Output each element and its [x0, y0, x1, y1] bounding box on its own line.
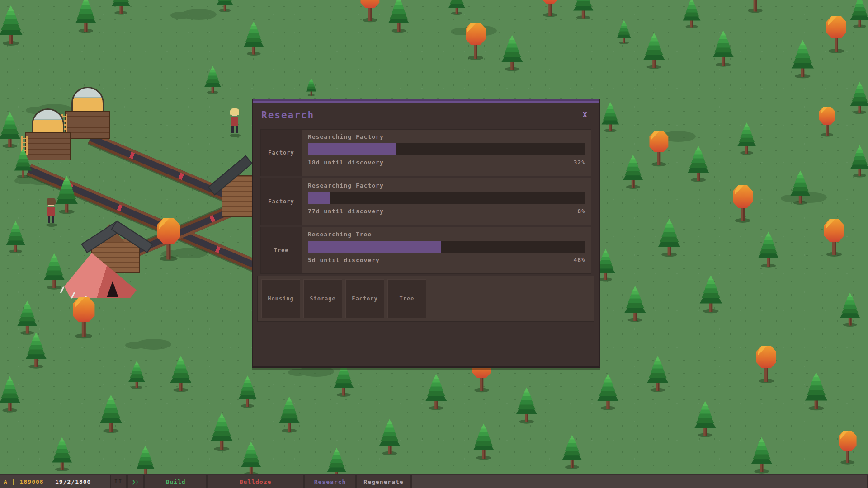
money-separator: | [12, 479, 16, 485]
percent-label: 32% [574, 159, 585, 166]
autumn-tree [537, 0, 563, 19]
pine-tree [789, 38, 816, 80]
autumn-tree [752, 341, 781, 385]
villager-body [47, 207, 55, 216]
autumn-tree [356, 0, 384, 23]
bulldoze-button[interactable]: Bulldoze [207, 475, 304, 488]
research-option-tree[interactable]: Tree [387, 279, 426, 318]
modal-title: Research [261, 110, 314, 121]
pine-tree [4, 220, 27, 254]
toolbar-spacer [411, 475, 868, 488]
pine-tree [386, 0, 412, 34]
research-row: Factory Researching Factory 18d until di… [261, 130, 591, 176]
pine-tree [838, 291, 862, 328]
pine-tree [208, 411, 236, 452]
play-icon-echo: ❯ [135, 478, 139, 485]
time-remaining: 77d until discovery [308, 208, 384, 215]
pine-tree [423, 372, 449, 411]
time-remaining: 5d until discovery [308, 257, 380, 263]
pine-tree [15, 299, 39, 336]
pine-tree [23, 331, 49, 370]
research-option-housing[interactable]: Housing [261, 279, 300, 318]
tent-canvas [64, 253, 137, 298]
dome-press-building[interactable] [25, 108, 71, 160]
wood-base [65, 111, 110, 139]
currency-icon: A [4, 479, 8, 485]
pine-tree [685, 144, 712, 183]
pine-tree [560, 433, 584, 470]
pine-tree [215, 0, 235, 13]
research-category: Tree [261, 227, 302, 273]
pine-tree [241, 20, 266, 57]
pine-tree [621, 153, 645, 190]
pine-tree [571, 0, 595, 20]
progress-bar [308, 241, 585, 253]
pine-tree [50, 436, 74, 473]
research-option-storage[interactable]: Storage [303, 279, 342, 318]
pine-tree [305, 77, 318, 97]
pine-tree [595, 372, 621, 411]
villager-hair [230, 108, 239, 115]
pine-tree [239, 440, 263, 477]
money-value: 189008 [20, 479, 44, 485]
pine-tree [755, 230, 782, 269]
autumn-tree [822, 11, 851, 55]
pine-tree [447, 0, 467, 16]
pine-tree [276, 395, 302, 434]
pine-tree [168, 354, 194, 393]
research-category: Factory [261, 178, 302, 225]
game-date: 19/2/1800 [55, 475, 91, 488]
progress-fill [308, 192, 330, 204]
pine-tree [0, 375, 23, 413]
glass-dome [32, 108, 64, 135]
play-button[interactable]: ❯ ❯ [127, 475, 144, 488]
progress-fill [308, 143, 396, 155]
pine-tree [615, 19, 632, 45]
pine-tree [599, 101, 621, 133]
pine-tree [848, 80, 868, 115]
pine-tree [377, 418, 403, 456]
villager-body [231, 117, 238, 126]
pause-button[interactable]: II [110, 475, 127, 488]
research-option-factory[interactable]: Factory [345, 279, 384, 318]
grass-shadow [181, 9, 217, 20]
villager[interactable] [45, 198, 57, 226]
grass-shadow [792, 192, 827, 203]
pine-tree [749, 436, 775, 474]
research-status: Researching Factory [308, 133, 585, 140]
dome-press-building[interactable] [65, 87, 110, 139]
close-button[interactable]: X [582, 110, 588, 119]
pine-tree [0, 4, 25, 47]
pine-tree [97, 393, 125, 434]
wood-base [25, 132, 71, 160]
research-button[interactable]: Research [304, 475, 356, 488]
villager-legs [48, 216, 54, 223]
pine-tree [645, 354, 671, 393]
build-button[interactable]: Build [144, 475, 207, 488]
pine-tree [73, 0, 99, 34]
pine-tree [0, 110, 23, 149]
pine-tree [203, 65, 223, 95]
time-remaining: 18d until discovery [308, 159, 384, 166]
pine-tree [641, 31, 667, 70]
villager[interactable] [229, 108, 241, 136]
pine-tree [710, 29, 736, 68]
pine-tree [514, 386, 540, 425]
grass-shadow [462, 25, 497, 36]
money-display: A | 189008 [4, 475, 44, 488]
villager-shadow [46, 223, 57, 227]
pine-tree [41, 252, 67, 291]
research-row: Factory Researching Factory 77d until di… [261, 178, 591, 225]
pine-tree [236, 374, 259, 409]
bottom-toolbar: A | 189008 19/2/1800 II ❯ ❯ Build Bulldo… [0, 474, 868, 488]
pine-tree [109, 0, 132, 16]
pine-tree [134, 444, 157, 479]
log-cabin[interactable] [209, 152, 259, 220]
regenerate-button[interactable]: Regenerate [356, 475, 411, 488]
percent-label: 48% [574, 257, 585, 263]
autumn-tree [741, 0, 769, 14]
red-tent[interactable] [64, 253, 137, 298]
tent-peg [60, 286, 64, 293]
pine-tree [735, 121, 758, 156]
ladder [21, 136, 28, 155]
